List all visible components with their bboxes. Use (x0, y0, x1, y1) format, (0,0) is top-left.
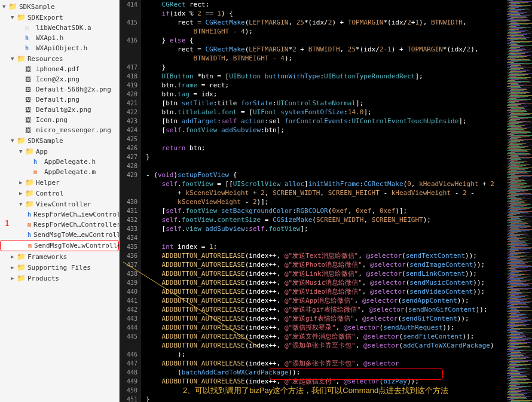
tree-item[interactable]: hRespForWeCh…iewController.h (0, 209, 119, 220)
disclosure-icon[interactable]: ▶ (19, 190, 25, 196)
tree-item[interactable]: ▶📁Supporting Files (0, 262, 119, 273)
tree-item-label: AppDelegate.h (44, 158, 96, 166)
code-line[interactable]: [btn setTitle:title forState:UIControlSt… (146, 99, 507, 108)
code-line[interactable]: ADDBUTTON_AUTORELEASE(index++, @"发送App消息… (146, 296, 507, 305)
tree-item[interactable]: mSendMsgToWe…wController.m (0, 240, 119, 251)
code-line[interactable]: BTNHEIGHT - 4); (146, 27, 507, 36)
line-number: 450 (127, 386, 137, 395)
tree-item[interactable]: ▶📁Frameworks (0, 251, 119, 262)
tree-item[interactable]: ▶📁Helper (0, 177, 119, 188)
code-line[interactable]: btn.titleLabel.font = [UIFont systemFont… (146, 108, 507, 117)
file-icon: h (25, 35, 33, 41)
code-line[interactable]: ADDBUTTON_AUTORELEASE(index++, @"微信授权登录"… (146, 323, 507, 332)
code-line[interactable]: } else { (146, 36, 507, 45)
tree-item[interactable]: hAppDelegate.h (0, 157, 119, 167)
code-line[interactable]: [self.footView setBackgroundColor:RGBCOL… (146, 206, 507, 215)
code-line[interactable]: rect = CGRectMake(LEFTMARGIN, 25*(idx/2)… (146, 18, 507, 27)
code-line[interactable]: kSceneViewHeight - 2)]; (146, 197, 507, 206)
code-line[interactable]: UIButton *btn = [UIButton buttonWithType… (146, 72, 507, 81)
code-line[interactable]: ADDBUTTON_AUTORELEASE(index++, @"发送Photo… (146, 260, 507, 269)
tree-item[interactable]: hWXApiObject.h (0, 43, 119, 53)
code-line[interactable]: } (146, 153, 507, 162)
code-line[interactable]: int index = 1; (146, 242, 507, 251)
tree-item[interactable]: mRespForWeCh…Controller.mm (0, 220, 119, 230)
code-line[interactable]: + kSceneViewHeight + 2, SCREEN_WIDTH, SC… (146, 188, 507, 197)
code-line[interactable]: ADDBUTTON_AUTORELEASE(index++, @"添加单张卡券至… (146, 341, 507, 350)
tree-item[interactable]: mAppDelegate.m (0, 167, 119, 177)
tree-item[interactable]: ▼📁SDKSample (0, 1, 119, 12)
code-line[interactable]: ADDBUTTON_AUTORELEASE(index++, @"添加多张卡券至… (146, 359, 507, 368)
code-line[interactable] (146, 162, 507, 170)
code-line[interactable]: btn.frame = rect; (146, 81, 507, 90)
tree-item[interactable]: ▼📁App (0, 146, 119, 157)
code-line[interactable]: btn.tag = idx; (146, 90, 507, 99)
file-icon: 📁 (17, 252, 25, 261)
disclosure-icon[interactable]: ▼ (19, 201, 25, 207)
disclosure-icon[interactable]: ▼ (2, 4, 8, 10)
tree-item[interactable]: 🖼iphone4.pdf (0, 64, 119, 74)
disclosure-icon[interactable]: ▶ (19, 179, 25, 185)
tree-item[interactable]: ▼📁SDKExport (0, 12, 119, 23)
code-line[interactable]: ); (146, 350, 507, 359)
disclosure-icon[interactable]: ▼ (19, 148, 25, 154)
code-line[interactable]: return btn; (146, 144, 507, 153)
line-number: 419 (127, 81, 137, 90)
code-content[interactable]: CGRect rect; if(idx % 2 == 1) { rect = C… (141, 0, 507, 402)
disclosure-icon[interactable]: ▶ (11, 264, 17, 270)
file-navigator[interactable]: ▼📁SDKSample▼📁SDKExport▤libWeChatSDK.ahWX… (0, 0, 120, 402)
code-line[interactable]: [self.view addSubview:self.footView]; (146, 224, 507, 233)
code-line[interactable]: ADDBUTTON_AUTORELEASE(index++, @"发送非gif表… (146, 305, 507, 314)
tree-item[interactable]: hSendMsgToWe…ewController.h (0, 230, 119, 240)
line-number: 414 (127, 0, 137, 9)
file-icon: 📁 (25, 178, 33, 187)
code-line[interactable]: ADDBUTTON_AUTORELEASE(index++, @"发送Link消… (146, 269, 507, 278)
tree-item[interactable]: 🖼Icon@2x.png (0, 74, 119, 84)
line-number: 437 (127, 260, 137, 269)
disclosure-icon[interactable]: ▼ (11, 56, 17, 62)
code-line[interactable]: ADDBUTTON_AUTORELEASE(index++, @"发起微信支付"… (146, 377, 507, 386)
code-line[interactable]: } (146, 63, 507, 72)
disclosure-icon[interactable]: ▶ (11, 275, 17, 281)
code-line[interactable]: BTNWIDTH, BTNHEIGHT - 4); (146, 54, 507, 63)
code-line[interactable] (146, 233, 507, 242)
code-line[interactable]: } (146, 395, 507, 402)
code-line[interactable]: ADDBUTTON_AUTORELEASE(index++, @"发送文件消息给… (146, 332, 507, 341)
tree-item[interactable]: ▶📁Products (0, 273, 119, 284)
code-editor[interactable]: 4144154164174184194204214224234244254264… (123, 0, 507, 402)
tree-item-label: SendMsgToWe…wController.m (34, 242, 120, 249)
file-icon: 🖼 (25, 86, 33, 93)
tree-item[interactable]: ▼📁Resources (0, 53, 119, 64)
code-line[interactable]: (batchAddCardToWXCardPackage)); (146, 368, 507, 377)
tree-item[interactable]: ▼📁SDKSample (0, 135, 119, 146)
tree-item[interactable]: 🖼Icon.png (0, 115, 119, 125)
code-line[interactable]: [btn addTarget:self action:sel forContro… (146, 117, 507, 126)
code-line[interactable]: [self.footView addSubview:btn]; (146, 126, 507, 135)
code-line[interactable]: CGRect rect; (146, 0, 507, 9)
tree-item[interactable]: 🖼Default@2x.png (0, 105, 119, 115)
tree-item-label: AppDelegate.m (44, 168, 96, 176)
tree-item[interactable]: ▼📁ViewController (0, 199, 119, 209)
tree-item-label: Control (36, 190, 63, 197)
tree-item[interactable]: 🖼Default.png (0, 95, 119, 105)
tree-item[interactable]: ▶📁Control (0, 188, 119, 199)
code-line[interactable]: - (void)setupFootView { (146, 170, 507, 179)
code-line[interactable]: ADDBUTTON_AUTORELEASE(index++, @"发送Music… (146, 278, 507, 287)
tree-item[interactable]: ▤libWeChatSDK.a (0, 23, 119, 33)
minimap[interactable] (507, 0, 532, 402)
code-line[interactable]: rect = CGRectMake(LEFTMARGIN*2 + BTNWIDT… (146, 45, 507, 54)
code-line[interactable]: ADDBUTTON_AUTORELEASE(index++, @"发送Video… (146, 287, 507, 296)
code-line[interactable]: if(idx % 2 == 1) { (146, 9, 507, 18)
code-line[interactable]: self.footView.contentSize = CGSizeMake(S… (146, 215, 507, 224)
code-line[interactable]: self.footView = [[UIScrollView alloc]ini… (146, 179, 507, 188)
disclosure-icon[interactable]: ▼ (11, 138, 17, 144)
code-line[interactable] (146, 135, 507, 144)
code-line[interactable]: ADDBUTTON_AUTORELEASE(index++, @"发送gif表情… (146, 314, 507, 323)
line-number: 443 (127, 314, 137, 323)
tree-item-label: App (36, 148, 48, 156)
disclosure-icon[interactable]: ▼ (11, 14, 17, 20)
tree-item[interactable]: 🖼Default-568h@2x.png (0, 84, 119, 95)
code-line[interactable]: ADDBUTTON_AUTORELEASE(index++, @"发送Text消… (146, 251, 507, 260)
tree-item[interactable]: 🖼micro_messenger.png (0, 125, 119, 135)
disclosure-icon[interactable]: ▶ (11, 254, 17, 260)
tree-item[interactable]: hWXApi.h (0, 33, 119, 43)
